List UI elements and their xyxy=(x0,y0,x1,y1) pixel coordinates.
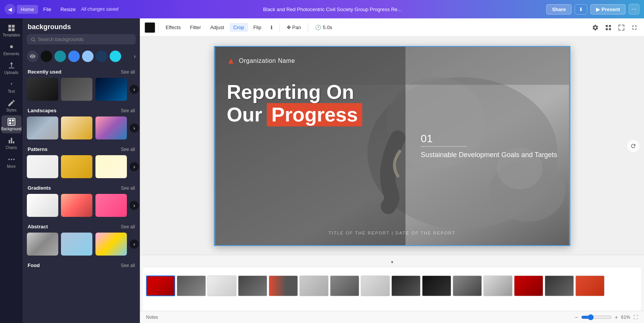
notes-button[interactable]: Notes xyxy=(146,315,158,320)
search-bar xyxy=(27,34,136,44)
sidebar-item-templates[interactable]: Templates xyxy=(2,21,21,39)
present-icon: ▶ xyxy=(596,7,600,12)
swatch-arrow-button[interactable]: › xyxy=(134,53,136,60)
sidebar-item-charts[interactable]: Charts xyxy=(2,134,21,152)
canvas-toolbar: Effects Filter Adjust Crop Flip ℹ ✥ Pan … xyxy=(140,18,644,37)
landscapes-arrow[interactable]: › xyxy=(130,123,139,133)
zoom-level: 61% xyxy=(621,315,630,320)
gradients-see-all[interactable]: See all xyxy=(121,185,135,191)
pan-button[interactable]: ✥ Pan xyxy=(283,23,305,32)
slide-thumb-wrapper-6: 6 xyxy=(299,275,329,296)
canvas-settings-button[interactable] xyxy=(590,23,600,33)
duration-button[interactable]: 🕐 5.0s xyxy=(311,23,336,32)
zoom-slider[interactable] xyxy=(581,314,612,320)
abstract-thumb-1[interactable] xyxy=(27,233,58,256)
abstract-see-all[interactable]: See all xyxy=(121,224,135,230)
abstract-thumb-3[interactable] xyxy=(95,233,127,256)
recently-used-see-all[interactable]: See all xyxy=(121,69,135,75)
recently-used-thumb-1[interactable] xyxy=(27,78,58,101)
zoom-out-button[interactable]: − xyxy=(575,314,578,320)
resize-nav-btn[interactable]: Resize xyxy=(57,5,80,14)
sidebar-item-elements[interactable]: Elements xyxy=(2,40,21,58)
slide-thumb-5[interactable] xyxy=(269,275,298,296)
slide-thumb-1[interactable] xyxy=(146,275,175,296)
swatch-lightblue[interactable] xyxy=(82,51,94,62)
gradient-thumb-3[interactable] xyxy=(95,194,127,217)
food-see-all[interactable]: See all xyxy=(121,263,135,268)
strip-collapse-button[interactable]: ▾ xyxy=(391,259,393,265)
slide-canvas-wrapper: ▲ Organization Name Reporting On Our Pro… xyxy=(140,37,644,255)
abstract-arrow[interactable]: › xyxy=(130,239,139,249)
slide-thumb-wrapper-4: 4 xyxy=(238,275,267,296)
recently-used-arrow[interactable]: › xyxy=(130,85,139,94)
swatch-navy[interactable] xyxy=(96,51,107,62)
slide-thumb-12[interactable] xyxy=(483,275,513,296)
share-button[interactable]: Share xyxy=(546,4,572,15)
gradient-thumb-1[interactable] xyxy=(27,194,58,217)
slide-thumb-13[interactable] xyxy=(514,275,543,296)
refresh-button[interactable] xyxy=(627,140,639,152)
sidebar-item-more[interactable]: More xyxy=(2,153,21,171)
gradient-thumb-2[interactable] xyxy=(61,194,92,217)
landscape-thumb-3[interactable] xyxy=(95,116,127,139)
zoom-fit-button[interactable] xyxy=(616,23,626,33)
sidebar-item-text[interactable]: T Text xyxy=(2,78,21,96)
slide-thumb-14[interactable] xyxy=(545,275,574,296)
effects-button[interactable]: Effects xyxy=(162,23,185,32)
adjust-button[interactable]: Adjust xyxy=(206,23,228,32)
color-picker-box[interactable] xyxy=(145,22,155,33)
landscape-thumb-2[interactable] xyxy=(61,116,92,139)
text-icon: T xyxy=(7,80,16,89)
slide-thumb-15[interactable] xyxy=(575,275,605,296)
icon-sidebar: Templates Elements Uploads T Text Styles… xyxy=(0,18,23,323)
uploads-icon xyxy=(7,61,16,70)
swatch-teal[interactable] xyxy=(54,51,66,62)
sidebar-item-uploads[interactable]: Uploads xyxy=(2,59,21,77)
slide-thumb-10[interactable] xyxy=(422,275,451,296)
sidebar-item-background[interactable]: Background xyxy=(2,115,21,133)
more-options-button[interactable]: ··· xyxy=(629,4,639,15)
back-button[interactable]: ◀ xyxy=(5,4,15,15)
landscapes-see-all[interactable]: See all xyxy=(121,108,135,113)
pattern-thumb-3[interactable] xyxy=(95,155,127,178)
slide-number: 01 xyxy=(421,132,557,144)
slide-thumb-4[interactable] xyxy=(238,275,267,296)
grid-button[interactable] xyxy=(603,23,613,33)
recently-used-thumb-2[interactable] xyxy=(61,78,92,101)
pattern-thumb-1[interactable] xyxy=(27,155,58,178)
patterns-see-all[interactable]: See all xyxy=(121,147,135,152)
slide-thumb-6[interactable] xyxy=(299,275,329,296)
swatch-black[interactable] xyxy=(41,51,52,62)
swatch-eye-button[interactable] xyxy=(27,51,38,62)
expand-button[interactable]: ⛶ xyxy=(633,315,638,320)
flip-button[interactable]: Flip xyxy=(250,23,265,32)
info-button[interactable]: ℹ xyxy=(267,23,276,32)
slide-thumb-2[interactable] xyxy=(177,275,206,296)
sidebar-item-styles[interactable]: Styles xyxy=(2,97,21,115)
pattern-thumb-2[interactable] xyxy=(61,155,92,178)
fullscreen-button[interactable] xyxy=(629,23,639,33)
crop-button[interactable]: Crop xyxy=(230,23,248,32)
top-nav: ◀ Home File Resize All changes saved Bla… xyxy=(0,0,644,18)
patterns-arrow[interactable]: › xyxy=(130,162,139,171)
slide-thumb-wrapper-2: 2 xyxy=(177,275,206,296)
file-nav-btn[interactable]: File xyxy=(39,5,55,14)
recently-used-thumb-3[interactable] xyxy=(95,78,127,101)
filter-button[interactable]: Filter xyxy=(186,23,205,32)
slide-thumb-8[interactable] xyxy=(361,275,390,296)
slide-thumb-3[interactable] xyxy=(207,275,237,296)
swatch-cyan[interactable] xyxy=(110,51,121,62)
slide-thumb-9[interactable] xyxy=(391,275,421,296)
present-button[interactable]: ▶ Present xyxy=(590,4,626,15)
home-nav-btn[interactable]: Home xyxy=(17,5,38,14)
landscape-thumb-1[interactable] xyxy=(27,116,58,139)
swatch-blue[interactable] xyxy=(68,51,80,62)
slide-canvas[interactable]: ▲ Organization Name Reporting On Our Pro… xyxy=(214,46,570,246)
search-input[interactable] xyxy=(38,36,132,42)
slide-thumb-11[interactable] xyxy=(453,275,482,296)
abstract-thumb-2[interactable] xyxy=(61,233,92,256)
zoom-in-button[interactable]: + xyxy=(615,314,618,320)
gradients-arrow[interactable]: › xyxy=(130,201,139,210)
slide-thumb-7[interactable] xyxy=(330,275,359,296)
download-button[interactable]: ⬇ xyxy=(575,4,587,15)
